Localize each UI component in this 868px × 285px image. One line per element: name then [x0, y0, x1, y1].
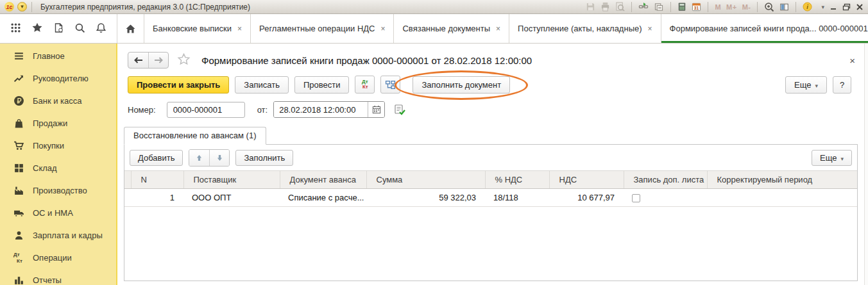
- sidebar-item-fixed-assets[interactable]: ОС и НМА: [0, 202, 116, 224]
- close-tab-icon[interactable]: ×: [380, 24, 385, 33]
- goto-link-icon[interactable]: [638, 2, 649, 12]
- person-icon: [13, 230, 24, 241]
- save-icon[interactable]: [586, 2, 595, 12]
- document-check-icon: [393, 104, 405, 115]
- date-input[interactable]: [274, 102, 368, 117]
- favorite-star-icon[interactable]: [177, 53, 191, 68]
- cart-icon: [13, 140, 24, 151]
- apps-grid-icon[interactable]: [10, 22, 21, 35]
- forward-button[interactable]: [148, 53, 168, 68]
- sidebar-item-payroll-hr[interactable]: Зарплата и кадры: [0, 224, 116, 247]
- tab-advance-restoration[interactable]: Восстановление по авансам (1): [124, 127, 266, 145]
- add-row-button[interactable]: Добавить: [130, 150, 183, 166]
- date-label: от:: [257, 105, 268, 115]
- move-up-button[interactable]: [189, 150, 209, 166]
- column-header-n[interactable]: N: [131, 171, 183, 189]
- history-icon[interactable]: [53, 22, 64, 35]
- print-icon[interactable]: [600, 2, 610, 12]
- advances-table-panel: Добавить Заполнить Еще▾: [124, 144, 858, 281]
- number-label: Номер:: [128, 105, 156, 115]
- column-header-extra-sheet[interactable]: Запись доп. листа: [624, 171, 707, 189]
- memory-m-minus-button[interactable]: M-: [742, 3, 751, 11]
- cell-n[interactable]: 1: [131, 189, 183, 207]
- restore-icon[interactable]: [842, 3, 851, 11]
- close-tab-icon[interactable]: ×: [648, 24, 652, 33]
- sidebar-item-operations[interactable]: ДтКт Операции: [0, 247, 116, 269]
- tab-sales-book-entries[interactable]: Формирование записей книги прода... 0000…: [661, 14, 868, 43]
- back-button[interactable]: [128, 53, 148, 68]
- minimize-icon[interactable]: [830, 3, 837, 11]
- info-caret-icon[interactable]: ▾: [821, 4, 824, 10]
- calculator-icon[interactable]: [677, 2, 686, 12]
- scrollbar-track[interactable]: [864, 44, 868, 285]
- preview-icon[interactable]: [615, 2, 625, 12]
- help-button[interactable]: ?: [833, 76, 851, 94]
- cell-vat-rate[interactable]: 18/118: [485, 189, 549, 207]
- document-form: Формирование записей книги продаж 0000-0…: [117, 44, 868, 285]
- window-titlebar: 1с ▼ Бухгалтерия предприятия, редакция 3…: [0, 0, 868, 14]
- extra-sheet-checkbox[interactable]: [632, 194, 640, 202]
- cell-vat[interactable]: 10 677,97: [549, 189, 624, 207]
- info-icon[interactable]: i: [803, 2, 812, 12]
- divider: [708, 2, 708, 12]
- history-nav: [128, 52, 169, 69]
- close-window-icon[interactable]: [856, 3, 864, 11]
- document-structure-button[interactable]: [380, 76, 400, 94]
- calendar-icon[interactable]: 31: [692, 2, 701, 12]
- posted-marker-button[interactable]: [393, 104, 405, 115]
- column-header-period[interactable]: Корректируемый период: [707, 171, 857, 189]
- search-icon[interactable]: [74, 22, 85, 35]
- close-tab-icon[interactable]: ×: [237, 24, 242, 33]
- column-header-amount[interactable]: Сумма: [366, 171, 485, 189]
- tab-vat-operations[interactable]: Регламентные операции НДС ×: [251, 14, 394, 43]
- cell-supplier[interactable]: ООО ОПТ: [183, 189, 280, 207]
- sidebar-item-bank-cash[interactable]: Банк и касса: [0, 90, 116, 112]
- svg-text:31: 31: [694, 6, 699, 10]
- table-more-button[interactable]: Еще▾: [812, 150, 852, 166]
- sidebar-item-main[interactable]: Главное: [0, 45, 116, 67]
- number-input[interactable]: [167, 102, 245, 118]
- tab-home[interactable]: [117, 14, 144, 43]
- sidebar-item-warehouse[interactable]: Склад: [0, 157, 116, 179]
- tab-bank-statements[interactable]: Банковские выписки ×: [144, 14, 251, 43]
- 1c-logo-icon: 1с: [4, 2, 14, 12]
- column-header-advance-doc[interactable]: Документ аванса: [280, 171, 366, 189]
- post-and-close-button[interactable]: Провести и закрыть: [128, 76, 229, 94]
- advances-table: N Поставщик Документ аванса Сумма % НДС …: [124, 170, 857, 207]
- cell-advance-doc[interactable]: Списание с расче...: [280, 189, 366, 207]
- column-header-vat[interactable]: НДС: [549, 171, 624, 189]
- cell-amount[interactable]: 59 322,03: [366, 189, 485, 207]
- sidebar-item-reports[interactable]: Отчеты: [0, 269, 116, 285]
- column-header-supplier[interactable]: Поставщик: [183, 171, 280, 189]
- close-form-icon[interactable]: ×: [847, 54, 858, 67]
- sidebar-item-sales[interactable]: Продажи: [0, 112, 116, 134]
- save-button[interactable]: Записать: [235, 76, 289, 94]
- more-button[interactable]: Еще▾: [785, 76, 827, 94]
- fill-table-button[interactable]: Заполнить: [235, 150, 293, 166]
- calendar-picker-button[interactable]: [368, 102, 384, 117]
- table-header-row: N Поставщик Документ аванса Сумма % НДС …: [124, 171, 857, 189]
- tab-linked-documents[interactable]: Связанные документы ×: [394, 14, 509, 43]
- memory-m-button[interactable]: M: [715, 3, 721, 11]
- split-window-icon[interactable]: [779, 3, 789, 12]
- copy-link-icon[interactable]: [654, 2, 664, 12]
- move-down-button[interactable]: [209, 150, 229, 166]
- main-menu-button[interactable]: ▼: [17, 2, 27, 12]
- show-postings-button[interactable]: ДтКт: [355, 76, 375, 94]
- column-header-vat-rate[interactable]: % НДС: [485, 171, 549, 189]
- cell-period[interactable]: [707, 189, 857, 207]
- star-icon[interactable]: [31, 22, 43, 35]
- post-button[interactable]: Провести: [294, 76, 350, 94]
- sidebar-item-production[interactable]: Производство: [0, 179, 116, 202]
- bell-icon[interactable]: [96, 22, 106, 35]
- close-tab-icon[interactable]: ×: [496, 24, 500, 33]
- sidebar-item-manager[interactable]: Руководителю: [0, 67, 116, 90]
- fill-document-button[interactable]: Заполнить документ: [413, 76, 510, 94]
- table-row[interactable]: 1 ООО ОПТ Списание с расче... 59 322,03 …: [124, 189, 857, 207]
- tab-receipts[interactable]: Поступление (акты, накладные) ×: [509, 14, 661, 43]
- trend-icon: [13, 73, 24, 84]
- sidebar-item-purchases[interactable]: Покупки: [0, 134, 116, 157]
- zoom-in-icon[interactable]: [764, 2, 774, 12]
- sections-sidebar: Главное Руководителю Банк и касса Продаж…: [0, 44, 117, 285]
- memory-m-plus-button[interactable]: M+: [726, 3, 737, 11]
